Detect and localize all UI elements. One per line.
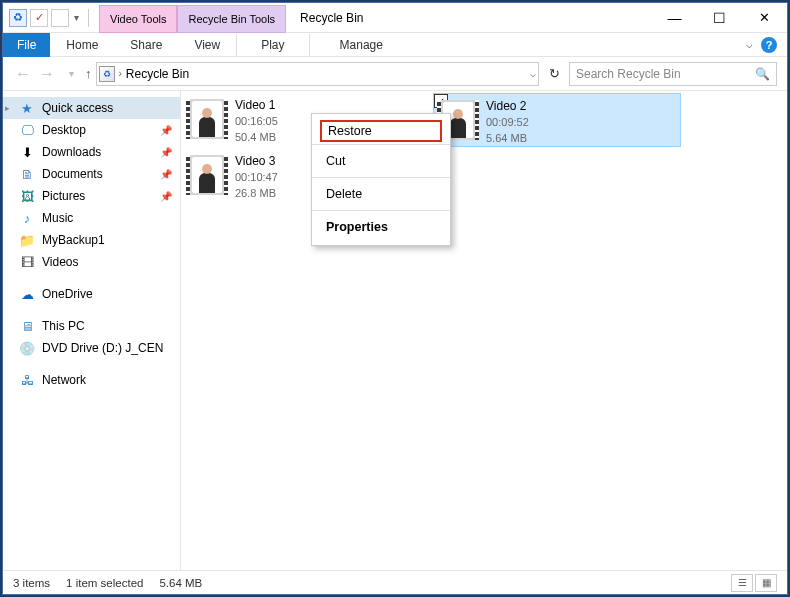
- context-menu-cut[interactable]: Cut: [312, 147, 450, 175]
- context-menu-properties[interactable]: Properties: [312, 213, 450, 241]
- pin-icon: 📌: [160, 147, 172, 158]
- search-placeholder: Search Recycle Bin: [576, 67, 681, 81]
- pin-icon: 📌: [160, 191, 172, 202]
- breadcrumb-separator-icon[interactable]: ›: [119, 68, 122, 79]
- sidebar-item-label: Pictures: [42, 189, 85, 203]
- explorer-window: ♻ ✓ ▾ Video Tools Recycle Bin Tools Recy…: [2, 2, 788, 595]
- file-tab[interactable]: File: [3, 33, 50, 57]
- manage-tab[interactable]: Manage: [310, 33, 413, 57]
- network-icon: 🖧: [19, 372, 35, 388]
- file-duration: 00:16:05: [235, 113, 278, 129]
- sidebar-item-dvd[interactable]: 💿 DVD Drive (D:) J_CEN: [3, 337, 180, 359]
- sidebar-item-music[interactable]: ♪ Music: [3, 207, 180, 229]
- address-dropdown-icon[interactable]: ⌵: [530, 68, 536, 79]
- recycle-bin-location-icon: ♻: [99, 66, 115, 82]
- search-icon: 🔍: [755, 67, 770, 81]
- recycle-bin-icon[interactable]: ♻: [9, 9, 27, 27]
- separator: [312, 177, 450, 178]
- minimize-button[interactable]: —: [652, 4, 697, 32]
- sidebar-item-videos[interactable]: 🎞 Videos: [3, 251, 180, 273]
- navigation-pane: ▸ ★ Quick access 🖵 Desktop 📌 ⬇ Downloads…: [3, 91, 181, 570]
- separator: [312, 210, 450, 211]
- back-button[interactable]: ←: [13, 65, 33, 83]
- separator: [312, 144, 450, 145]
- new-doc-qat-icon[interactable]: [51, 9, 69, 27]
- context-menu-delete[interactable]: Delete: [312, 180, 450, 208]
- quick-access-toolbar: ♻ ✓ ▾: [3, 9, 99, 27]
- video-thumbnail: [185, 95, 229, 143]
- videos-icon: 🎞: [19, 254, 35, 270]
- history-dropdown-icon[interactable]: ▾: [61, 68, 81, 79]
- file-size: 26.8 MB: [235, 185, 278, 201]
- sidebar-item-label: Network: [42, 373, 86, 387]
- qat-dropdown-icon[interactable]: ▾: [74, 12, 79, 23]
- recycle-bin-tools-tab[interactable]: Recycle Bin Tools: [177, 5, 286, 33]
- file-name: Video 2: [486, 98, 529, 114]
- content-area[interactable]: Video 1 00:16:05 50.4 MB ✓ Video 2 00:09…: [181, 91, 787, 570]
- documents-icon: 🗎: [19, 166, 35, 182]
- thumbnails-view-button[interactable]: ▦: [755, 574, 777, 592]
- body: ▸ ★ Quick access 🖵 Desktop 📌 ⬇ Downloads…: [3, 91, 787, 570]
- play-tab[interactable]: Play: [237, 33, 308, 57]
- sidebar-item-label: Downloads: [42, 145, 101, 159]
- pictures-icon: 🖼: [19, 188, 35, 204]
- star-icon: ★: [19, 100, 35, 116]
- sidebar-item-label: MyBackup1: [42, 233, 105, 247]
- music-icon: ♪: [19, 210, 35, 226]
- sidebar-item-label: DVD Drive (D:) J_CEN: [42, 341, 163, 355]
- sidebar-item-label: Desktop: [42, 123, 86, 137]
- file-size: 50.4 MB: [235, 129, 278, 145]
- status-selected-size: 5.64 MB: [159, 577, 202, 589]
- search-input[interactable]: Search Recycle Bin 🔍: [569, 62, 777, 86]
- sidebar-item-label: Videos: [42, 255, 78, 269]
- sidebar-item-desktop[interactable]: 🖵 Desktop 📌: [3, 119, 180, 141]
- sidebar-item-mybackup[interactable]: 📁 MyBackup1: [3, 229, 180, 251]
- maximize-button[interactable]: ☐: [697, 4, 742, 32]
- sidebar-item-quick-access[interactable]: ▸ ★ Quick access: [3, 97, 180, 119]
- file-name: Video 3: [235, 153, 278, 169]
- title-bar: ♻ ✓ ▾ Video Tools Recycle Bin Tools Recy…: [3, 3, 787, 33]
- sidebar-item-label: Documents: [42, 167, 103, 181]
- context-menu-restore[interactable]: Restore: [320, 120, 442, 142]
- pin-icon: 📌: [160, 169, 172, 180]
- sidebar-item-onedrive[interactable]: ☁ OneDrive: [3, 283, 180, 305]
- window-title: Recycle Bin: [300, 11, 652, 25]
- sidebar-item-thispc[interactable]: 🖥 This PC: [3, 315, 180, 337]
- recycle-tools-label: Recycle Bin Tools: [188, 13, 275, 25]
- folder-icon: 📁: [19, 232, 35, 248]
- sidebar-item-label: Music: [42, 211, 73, 225]
- downloads-icon: ⬇: [19, 144, 35, 160]
- status-selected-count: 1 item selected: [66, 577, 143, 589]
- ribbon-tabs: File Home Share View Play Manage ⌵ ?: [3, 33, 787, 57]
- sidebar-item-network[interactable]: 🖧 Network: [3, 369, 180, 391]
- help-icon[interactable]: ?: [761, 37, 777, 53]
- share-tab[interactable]: Share: [114, 33, 178, 57]
- sidebar-item-pictures[interactable]: 🖼 Pictures 📌: [3, 185, 180, 207]
- video-tools-tab[interactable]: Video Tools: [99, 5, 177, 33]
- chevron-right-icon[interactable]: ▸: [5, 103, 10, 113]
- forward-button[interactable]: →: [37, 65, 57, 83]
- breadcrumb[interactable]: Recycle Bin: [126, 67, 526, 81]
- thispc-icon: 🖥: [19, 318, 35, 334]
- pin-icon: 📌: [160, 125, 172, 136]
- file-size: 5.64 MB: [486, 130, 529, 146]
- sidebar-item-documents[interactable]: 🗎 Documents 📌: [3, 163, 180, 185]
- up-button[interactable]: ↑: [85, 66, 92, 81]
- view-tab[interactable]: View: [178, 33, 236, 57]
- onedrive-icon: ☁: [19, 286, 35, 302]
- video-thumbnail: [185, 151, 229, 199]
- address-bar[interactable]: ♻ › Recycle Bin ⌵: [96, 62, 540, 86]
- details-view-button[interactable]: ☰: [731, 574, 753, 592]
- file-name: Video 1: [235, 97, 278, 113]
- file-duration: 00:09:52: [486, 114, 529, 130]
- close-button[interactable]: ✕: [742, 4, 787, 32]
- refresh-button[interactable]: ↻: [543, 66, 565, 81]
- file-item-video2[interactable]: ✓ Video 2 00:09:52 5.64 MB: [433, 93, 681, 147]
- sidebar-item-label: Quick access: [42, 101, 113, 115]
- properties-qat-icon[interactable]: ✓: [30, 9, 48, 27]
- disc-icon: 💿: [19, 340, 35, 356]
- home-tab[interactable]: Home: [50, 33, 114, 57]
- sidebar-item-downloads[interactable]: ⬇ Downloads 📌: [3, 141, 180, 163]
- collapse-ribbon-icon[interactable]: ⌵: [746, 38, 753, 51]
- status-item-count: 3 items: [13, 577, 50, 589]
